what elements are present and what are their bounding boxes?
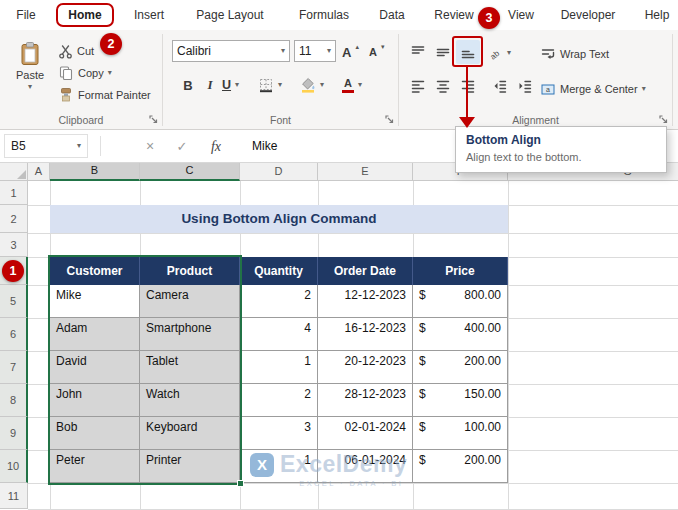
- tab-page-layout[interactable]: Page Layout: [188, 0, 272, 30]
- cell-b10-customer[interactable]: Peter: [50, 450, 140, 483]
- cell-d9-quantity[interactable]: 3: [240, 417, 318, 450]
- tab-home[interactable]: Home: [56, 3, 114, 27]
- align-left-button[interactable]: [406, 74, 430, 98]
- underline-button[interactable]: U ▾: [222, 74, 239, 96]
- italic-button[interactable]: I: [202, 74, 218, 96]
- tab-data[interactable]: Data: [372, 0, 412, 30]
- cell-d8-quantity[interactable]: 2: [240, 384, 318, 417]
- cell-c7-product[interactable]: Tablet: [140, 351, 240, 384]
- tab-help[interactable]: Help: [638, 0, 676, 30]
- middle-align-button[interactable]: [431, 40, 455, 64]
- table-header-customer[interactable]: Customer: [50, 257, 140, 285]
- increase-indent-button[interactable]: [513, 74, 537, 98]
- cell-f10-price[interactable]: $200.00: [413, 450, 508, 483]
- column-header-e[interactable]: E: [318, 163, 413, 181]
- increase-font-size-button[interactable]: A▴: [342, 41, 359, 63]
- formula-bar-content[interactable]: Mike: [252, 130, 277, 163]
- cell-e9-date[interactable]: 02-01-2024: [318, 417, 413, 450]
- row-header-8[interactable]: 8: [0, 384, 28, 417]
- tab-file[interactable]: File: [8, 0, 44, 30]
- cell-b8-customer[interactable]: John: [50, 384, 140, 417]
- cell-c8-product[interactable]: Watch: [140, 384, 240, 417]
- bottom-align-button[interactable]: [456, 40, 480, 64]
- worksheet: A B C D E F G 1 2 3 4 5 6 7 8 9 10 11 Us…: [0, 163, 678, 510]
- column-header-a[interactable]: A: [28, 163, 50, 181]
- merge-and-center-button[interactable]: a Merge & Center ▾: [540, 78, 646, 100]
- alignment-dialog-launcher-icon[interactable]: [658, 114, 669, 125]
- cell-f7-price[interactable]: $200.00: [413, 351, 508, 384]
- cell-c10-product[interactable]: Printer: [140, 450, 240, 483]
- column-header-b[interactable]: B: [50, 163, 140, 181]
- row-header-11[interactable]: 11: [0, 483, 28, 509]
- price-value: 400.00: [464, 321, 501, 335]
- align-right-button[interactable]: [456, 74, 480, 98]
- table-header-order-date[interactable]: Order Date: [318, 257, 413, 285]
- column-header-d[interactable]: D: [240, 163, 318, 181]
- tab-view[interactable]: View: [500, 0, 542, 30]
- cell-d7-quantity[interactable]: 1: [240, 351, 318, 384]
- tab-developer[interactable]: Developer: [554, 0, 622, 30]
- decrease-indent-button[interactable]: [488, 74, 512, 98]
- table-header-price[interactable]: Price: [413, 257, 508, 285]
- align-right-icon: [460, 78, 476, 94]
- name-box[interactable]: B5 ▾: [4, 134, 88, 158]
- row-header-7[interactable]: 7: [0, 351, 28, 384]
- column-header-c[interactable]: C: [140, 163, 240, 181]
- row-header-5[interactable]: 5: [0, 285, 28, 318]
- decrease-font-size-button[interactable]: A▾: [369, 41, 384, 63]
- row-header-9[interactable]: 9: [0, 417, 28, 450]
- cell-e10-date[interactable]: 06-01-2024: [318, 450, 413, 483]
- tab-review[interactable]: Review: [428, 0, 480, 30]
- bold-button[interactable]: B: [178, 74, 198, 96]
- tab-formulas[interactable]: Formulas: [290, 0, 358, 30]
- row-header-10[interactable]: 10: [0, 450, 28, 483]
- borders-button[interactable]: ▾: [258, 74, 282, 96]
- wrap-text-button[interactable]: Wrap Text: [540, 43, 609, 65]
- cell-d10-quantity[interactable]: 1: [240, 450, 318, 483]
- cell-e8-date[interactable]: 28-12-2023: [318, 384, 413, 417]
- cell-e6-date[interactable]: 16-12-2023: [318, 318, 413, 351]
- row-header-3[interactable]: 3: [0, 233, 28, 257]
- insert-function-icon[interactable]: fx: [204, 130, 228, 163]
- row-header-6[interactable]: 6: [0, 318, 28, 351]
- cell-d5-quantity[interactable]: 2: [240, 285, 318, 318]
- table-header-product[interactable]: Product: [140, 257, 240, 285]
- cell-b9-customer[interactable]: Bob: [50, 417, 140, 450]
- cell-c9-product[interactable]: Keyboard: [140, 417, 240, 450]
- select-all-corner[interactable]: [0, 163, 28, 181]
- tab-insert[interactable]: Insert: [126, 0, 172, 30]
- cell-e5-date[interactable]: 12-12-2023: [318, 285, 413, 318]
- row-header-1[interactable]: 1: [0, 181, 28, 205]
- font-dialog-launcher-icon[interactable]: [384, 114, 395, 125]
- cell-b7-customer[interactable]: David: [50, 351, 140, 384]
- cancel-icon[interactable]: ×: [140, 130, 160, 163]
- table-header-quantity[interactable]: Quantity: [240, 257, 318, 285]
- paste-button[interactable]: Paste ▾: [8, 38, 52, 106]
- cell-f5-price[interactable]: $800.00: [413, 285, 508, 318]
- cell-d6-quantity[interactable]: 4: [240, 318, 318, 351]
- align-center-button[interactable]: [431, 74, 455, 98]
- cell-b5-customer[interactable]: Mike: [50, 285, 140, 318]
- price-value: 200.00: [464, 453, 501, 467]
- font-name-select[interactable]: Calibri ▾: [172, 40, 290, 62]
- cell-f9-price[interactable]: $100.00: [413, 417, 508, 450]
- copy-button[interactable]: Copy ▾: [58, 62, 112, 84]
- fill-handle[interactable]: [237, 480, 244, 487]
- cell-f6-price[interactable]: $400.00: [413, 318, 508, 351]
- clipboard-dialog-launcher-icon[interactable]: [148, 114, 159, 125]
- top-align-button[interactable]: [406, 40, 430, 64]
- cut-button[interactable]: Cut: [58, 40, 94, 62]
- enter-icon[interactable]: ✓: [172, 130, 192, 163]
- cell-e7-date[interactable]: 20-12-2023: [318, 351, 413, 384]
- cell-f8-price[interactable]: $150.00: [413, 384, 508, 417]
- worksheet-title-cell[interactable]: Using Bottom Align Command: [50, 205, 508, 233]
- cell-c5-product[interactable]: Camera: [140, 285, 240, 318]
- font-size-select[interactable]: 11 ▾: [294, 40, 336, 62]
- cell-b6-customer[interactable]: Adam: [50, 318, 140, 351]
- cell-c6-product[interactable]: Smartphone: [140, 318, 240, 351]
- font-color-button[interactable]: A ▾: [342, 74, 362, 96]
- fill-color-button[interactable]: ▾: [300, 74, 324, 96]
- format-painter-button[interactable]: Format Painter: [58, 84, 151, 106]
- orientation-button[interactable]: ab ▾: [487, 42, 511, 64]
- row-header-2[interactable]: 2: [0, 205, 28, 233]
